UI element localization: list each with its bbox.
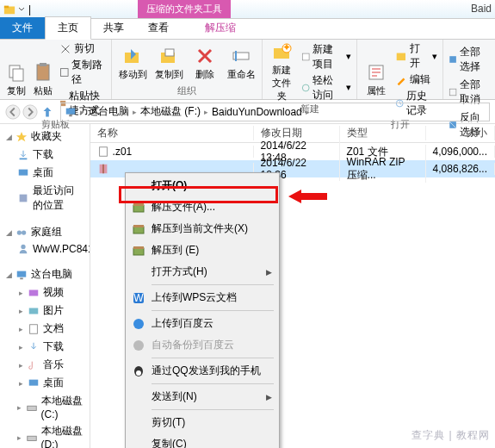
svg-rect-21 [449, 56, 456, 63]
svg-point-23 [6, 104, 20, 118]
svg-rect-38 [29, 379, 39, 385]
desktop-icon [17, 167, 29, 179]
breadcrumb-item[interactable]: 本地磁盘 (F:) [140, 104, 201, 119]
svg-rect-5 [40, 63, 46, 66]
tree-favorites[interactable]: 收藏夹 [31, 129, 62, 144]
tree-homegroup[interactable]: 家庭组 [31, 225, 62, 240]
tree-item[interactable]: ▸下载 [0, 338, 90, 356]
ctx-wps[interactable]: W上传到WPS云文档 [127, 287, 277, 308]
tree-item-recent[interactable]: 最近访问的位置 [0, 182, 90, 215]
tree-item[interactable]: ▸音乐 [0, 356, 90, 374]
tab-share[interactable]: 共享 [91, 17, 136, 39]
ctx-sendto[interactable]: 发送到(N)▶ [127, 386, 277, 408]
forward-button[interactable] [22, 104, 38, 120]
svg-rect-16 [302, 53, 309, 60]
recent-icon [17, 192, 29, 204]
ctx-extract-here[interactable]: 解压到当前文件夹(X) [127, 218, 277, 240]
tree-item[interactable]: ▸文档 [0, 320, 90, 338]
svg-rect-36 [29, 308, 39, 314]
ctx-open[interactable]: 打开(O) [127, 175, 277, 196]
newfolder-button[interactable]: ✦新建 文件夹 [268, 41, 296, 103]
svg-rect-48 [102, 165, 104, 174]
tree-item[interactable]: ▸本地磁盘 (C:) [0, 392, 90, 422]
tab-file[interactable]: 文件 [0, 17, 45, 39]
svg-rect-49 [133, 205, 144, 212]
desktop-icon [28, 377, 40, 389]
svg-rect-6 [60, 69, 68, 77]
moveto-button[interactable]: 移动到 [117, 41, 148, 84]
tree-item[interactable]: ▸图片 [0, 302, 90, 320]
breadcrumb[interactable]: ▸ 这台电脑▸ 本地磁盘 (F:)▸ BaiduYunDownload▸ [60, 103, 490, 121]
download-icon [17, 149, 29, 161]
winrar-icon [132, 201, 145, 215]
file-icon [97, 146, 109, 158]
svg-rect-33 [17, 271, 27, 277]
svg-rect-22 [449, 89, 456, 96]
svg-point-24 [23, 104, 37, 118]
drive-icon [26, 401, 38, 414]
ctx-baidu-auto[interactable]: 自动备份到百度云 [127, 334, 277, 356]
svg-point-17 [302, 84, 309, 91]
winrar-icon [132, 244, 145, 258]
homegroup-icon [15, 227, 28, 239]
col-date[interactable]: 修改日期 [254, 126, 340, 140]
tab-home[interactable]: 主页 [45, 16, 91, 40]
tree-item[interactable]: ▸桌面 [0, 374, 90, 392]
tree-item-pc841[interactable]: WwW.PC841.CoM [0, 241, 90, 257]
ctx-copy[interactable]: 复制(C) [127, 433, 277, 448]
breadcrumb-item[interactable]: BaiduYunDownload [212, 106, 302, 118]
ctx-qq[interactable]: 通过QQ发送到我的手机 [127, 360, 277, 382]
newitem-button[interactable]: 新建项目 ▾ [301, 42, 351, 72]
delete-button[interactable]: 删除 [189, 41, 220, 84]
tab-extract[interactable]: 解压缩 [193, 17, 248, 39]
svg-text:W: W [133, 292, 144, 304]
back-button[interactable] [5, 104, 21, 120]
ctx-baidu[interactable]: 上传到百度云 [127, 313, 277, 334]
ctx-extract-to[interactable]: 解压到 (E) [127, 240, 277, 261]
svg-point-57 [133, 319, 144, 329]
up-button[interactable] [40, 104, 55, 120]
folder-icon [3, 3, 15, 16]
svg-point-31 [22, 230, 26, 234]
documents-icon [28, 323, 40, 335]
tab-view[interactable]: 查看 [136, 17, 181, 39]
tree-item-desktop[interactable]: 桌面 [0, 164, 90, 182]
copyto-button[interactable]: 复制到 [153, 41, 184, 84]
svg-rect-27 [20, 158, 28, 159]
ctx-cut[interactable]: 剪切(T) [127, 412, 277, 433]
selectall-button[interactable]: 全部选择 [449, 45, 490, 74]
svg-rect-28 [19, 169, 28, 175]
svg-rect-54 [133, 246, 144, 249]
tree-item-downloads[interactable]: 下载 [0, 146, 90, 164]
music-icon [28, 359, 40, 371]
col-name[interactable]: 名称 [90, 126, 254, 140]
col-size[interactable]: 大小 [426, 126, 495, 140]
breadcrumb-item[interactable]: 这台电脑 [88, 104, 129, 119]
svg-rect-50 [133, 203, 144, 206]
wps-icon: W [132, 291, 145, 305]
tree-item[interactable]: ▸本地磁盘 (D:) [0, 422, 90, 448]
star-icon [15, 131, 28, 143]
open-button[interactable]: 打开 ▾ [395, 41, 437, 71]
group-organize-label: 组织 [117, 84, 257, 97]
svg-rect-35 [29, 289, 39, 296]
tree-thispc[interactable]: 这台电脑 [31, 267, 72, 282]
edit-button[interactable]: 编辑 [395, 72, 437, 87]
col-type[interactable]: 类型 [340, 126, 426, 140]
user-icon [17, 243, 29, 255]
cut-button[interactable]: 剪切 [59, 41, 106, 56]
copypath-button[interactable]: 复制路径 [59, 58, 106, 87]
ctx-openwith[interactable]: 打开方式(H)▶ [127, 261, 277, 283]
tree-item[interactable]: ▸视频 [0, 283, 90, 302]
dropdown-icon[interactable] [18, 6, 25, 13]
ribbon-tabs: 文件 主页 共享 查看 解压缩 [0, 19, 495, 40]
svg-rect-19 [397, 53, 405, 61]
ribbon: 复制 粘贴 剪切 复制路径 粘贴快捷方式 剪贴板 移动到 复制到 删除 重命名 … [0, 40, 495, 100]
baidu-icon [132, 317, 145, 331]
svg-rect-4 [37, 65, 49, 80]
ctx-extract-files[interactable]: 解压文件(A)... [127, 196, 277, 218]
svg-rect-29 [20, 195, 28, 202]
rename-button[interactable]: 重命名 [226, 41, 257, 84]
easyaccess-button[interactable]: 轻松访问 ▾ [301, 73, 351, 103]
zip-icon [97, 163, 109, 175]
